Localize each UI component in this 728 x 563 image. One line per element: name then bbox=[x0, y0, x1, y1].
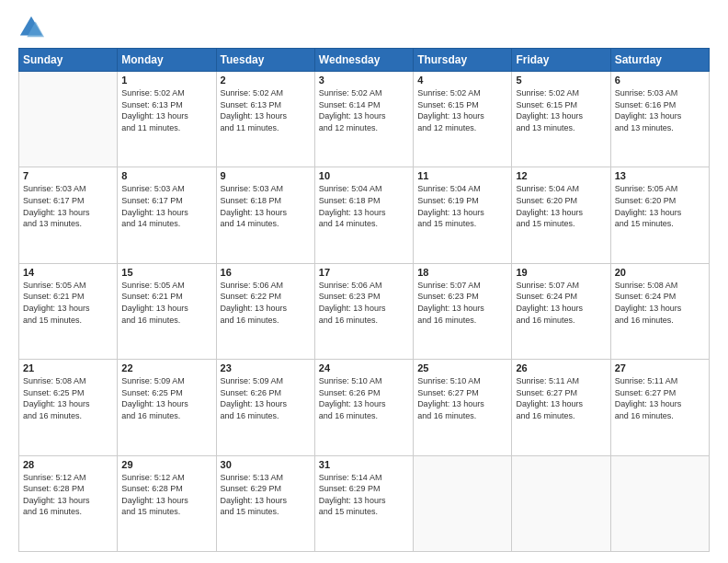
day-header-sunday: Sunday bbox=[19, 49, 118, 72]
calendar-cell bbox=[19, 72, 118, 167]
day-number: 30 bbox=[221, 459, 311, 470]
day-info: Sunrise: 5:03 AM Sunset: 6:17 PM Dayligh… bbox=[121, 183, 211, 229]
day-info: Sunrise: 5:07 AM Sunset: 6:24 PM Dayligh… bbox=[516, 280, 606, 326]
day-number: 6 bbox=[615, 75, 705, 86]
calendar-cell: 26Sunrise: 5:11 AM Sunset: 6:27 PM Dayli… bbox=[512, 360, 610, 455]
calendar-cell: 6Sunrise: 5:03 AM Sunset: 6:16 PM Daylig… bbox=[610, 72, 709, 167]
day-info: Sunrise: 5:14 AM Sunset: 6:29 PM Dayligh… bbox=[319, 472, 409, 518]
day-number: 11 bbox=[417, 170, 507, 181]
calendar-cell: 9Sunrise: 5:03 AM Sunset: 6:18 PM Daylig… bbox=[216, 167, 314, 263]
day-number: 18 bbox=[417, 267, 507, 278]
day-info: Sunrise: 5:02 AM Sunset: 6:15 PM Dayligh… bbox=[516, 87, 606, 133]
calendar-cell bbox=[414, 455, 512, 551]
day-number: 10 bbox=[319, 170, 409, 181]
calendar-cell bbox=[610, 455, 709, 551]
day-info: Sunrise: 5:08 AM Sunset: 6:24 PM Dayligh… bbox=[615, 280, 705, 326]
day-number: 24 bbox=[319, 362, 409, 373]
day-info: Sunrise: 5:04 AM Sunset: 6:18 PM Dayligh… bbox=[319, 183, 409, 229]
calendar-cell: 19Sunrise: 5:07 AM Sunset: 6:24 PM Dayli… bbox=[512, 263, 610, 359]
day-header-friday: Friday bbox=[512, 49, 610, 72]
day-info: Sunrise: 5:09 AM Sunset: 6:25 PM Dayligh… bbox=[121, 375, 211, 421]
day-header-tuesday: Tuesday bbox=[216, 49, 314, 72]
day-info: Sunrise: 5:02 AM Sunset: 6:13 PM Dayligh… bbox=[221, 87, 311, 133]
day-info: Sunrise: 5:05 AM Sunset: 6:20 PM Dayligh… bbox=[615, 183, 705, 229]
day-number: 14 bbox=[23, 267, 113, 278]
day-info: Sunrise: 5:07 AM Sunset: 6:23 PM Dayligh… bbox=[417, 280, 507, 326]
day-header-monday: Monday bbox=[118, 49, 216, 72]
day-number: 22 bbox=[121, 362, 211, 373]
day-number: 3 bbox=[319, 75, 409, 86]
day-number: 23 bbox=[221, 362, 311, 373]
calendar-cell: 11Sunrise: 5:04 AM Sunset: 6:19 PM Dayli… bbox=[414, 167, 512, 263]
logo bbox=[18, 15, 48, 40]
day-number: 13 bbox=[615, 170, 705, 181]
day-header-saturday: Saturday bbox=[610, 49, 709, 72]
calendar-cell: 5Sunrise: 5:02 AM Sunset: 6:15 PM Daylig… bbox=[512, 72, 610, 167]
day-number: 21 bbox=[23, 362, 113, 373]
calendar-cell: 22Sunrise: 5:09 AM Sunset: 6:25 PM Dayli… bbox=[118, 360, 216, 455]
day-info: Sunrise: 5:08 AM Sunset: 6:25 PM Dayligh… bbox=[23, 375, 113, 421]
calendar-week-4: 21Sunrise: 5:08 AM Sunset: 6:25 PM Dayli… bbox=[19, 360, 710, 455]
day-info: Sunrise: 5:03 AM Sunset: 6:16 PM Dayligh… bbox=[615, 87, 705, 133]
calendar-cell: 30Sunrise: 5:13 AM Sunset: 6:29 PM Dayli… bbox=[216, 455, 314, 551]
calendar-cell: 25Sunrise: 5:10 AM Sunset: 6:27 PM Dayli… bbox=[414, 360, 512, 455]
calendar-week-2: 7Sunrise: 5:03 AM Sunset: 6:17 PM Daylig… bbox=[19, 167, 710, 263]
calendar-cell: 17Sunrise: 5:06 AM Sunset: 6:23 PM Dayli… bbox=[314, 263, 413, 359]
calendar-cell: 28Sunrise: 5:12 AM Sunset: 6:28 PM Dayli… bbox=[19, 455, 118, 551]
day-number: 5 bbox=[516, 75, 606, 86]
calendar-cell: 24Sunrise: 5:10 AM Sunset: 6:26 PM Dayli… bbox=[314, 360, 413, 455]
day-number: 1 bbox=[121, 75, 211, 86]
day-info: Sunrise: 5:05 AM Sunset: 6:21 PM Dayligh… bbox=[23, 280, 113, 326]
calendar-cell: 16Sunrise: 5:06 AM Sunset: 6:22 PM Dayli… bbox=[216, 263, 314, 359]
day-info: Sunrise: 5:12 AM Sunset: 6:28 PM Dayligh… bbox=[23, 472, 113, 518]
day-header-wednesday: Wednesday bbox=[314, 49, 413, 72]
day-number: 19 bbox=[516, 267, 606, 278]
day-info: Sunrise: 5:13 AM Sunset: 6:29 PM Dayligh… bbox=[221, 472, 311, 518]
day-number: 29 bbox=[121, 459, 211, 470]
calendar-week-1: 1Sunrise: 5:02 AM Sunset: 6:13 PM Daylig… bbox=[19, 72, 710, 167]
calendar-cell: 15Sunrise: 5:05 AM Sunset: 6:21 PM Dayli… bbox=[118, 263, 216, 359]
day-info: Sunrise: 5:02 AM Sunset: 6:14 PM Dayligh… bbox=[319, 87, 409, 133]
calendar-cell: 3Sunrise: 5:02 AM Sunset: 6:14 PM Daylig… bbox=[314, 72, 413, 167]
calendar-cell: 27Sunrise: 5:11 AM Sunset: 6:27 PM Dayli… bbox=[610, 360, 709, 455]
day-info: Sunrise: 5:02 AM Sunset: 6:15 PM Dayligh… bbox=[417, 87, 507, 133]
day-info: Sunrise: 5:04 AM Sunset: 6:19 PM Dayligh… bbox=[417, 183, 507, 229]
day-number: 31 bbox=[319, 459, 409, 470]
day-number: 12 bbox=[516, 170, 606, 181]
calendar-cell bbox=[512, 455, 610, 551]
day-info: Sunrise: 5:10 AM Sunset: 6:26 PM Dayligh… bbox=[319, 375, 409, 421]
day-header-thursday: Thursday bbox=[414, 49, 512, 72]
calendar-table: SundayMondayTuesdayWednesdayThursdayFrid… bbox=[18, 48, 710, 552]
day-info: Sunrise: 5:12 AM Sunset: 6:28 PM Dayligh… bbox=[121, 472, 211, 518]
calendar-week-3: 14Sunrise: 5:05 AM Sunset: 6:21 PM Dayli… bbox=[19, 263, 710, 359]
day-info: Sunrise: 5:06 AM Sunset: 6:23 PM Dayligh… bbox=[319, 280, 409, 326]
day-number: 17 bbox=[319, 267, 409, 278]
day-info: Sunrise: 5:06 AM Sunset: 6:22 PM Dayligh… bbox=[221, 280, 311, 326]
day-info: Sunrise: 5:04 AM Sunset: 6:20 PM Dayligh… bbox=[516, 183, 606, 229]
calendar-cell: 10Sunrise: 5:04 AM Sunset: 6:18 PM Dayli… bbox=[314, 167, 413, 263]
calendar-cell: 2Sunrise: 5:02 AM Sunset: 6:13 PM Daylig… bbox=[216, 72, 314, 167]
day-number: 28 bbox=[23, 459, 113, 470]
calendar-cell: 18Sunrise: 5:07 AM Sunset: 6:23 PM Dayli… bbox=[414, 263, 512, 359]
day-number: 20 bbox=[615, 267, 705, 278]
day-info: Sunrise: 5:09 AM Sunset: 6:26 PM Dayligh… bbox=[221, 375, 311, 421]
page: SundayMondayTuesdayWednesdayThursdayFrid… bbox=[0, 0, 728, 563]
calendar-cell: 7Sunrise: 5:03 AM Sunset: 6:17 PM Daylig… bbox=[19, 167, 118, 263]
calendar-cell: 13Sunrise: 5:05 AM Sunset: 6:20 PM Dayli… bbox=[610, 167, 709, 263]
day-number: 26 bbox=[516, 362, 606, 373]
calendar-cell: 23Sunrise: 5:09 AM Sunset: 6:26 PM Dayli… bbox=[216, 360, 314, 455]
day-info: Sunrise: 5:11 AM Sunset: 6:27 PM Dayligh… bbox=[516, 375, 606, 421]
day-info: Sunrise: 5:10 AM Sunset: 6:27 PM Dayligh… bbox=[417, 375, 507, 421]
calendar-week-5: 28Sunrise: 5:12 AM Sunset: 6:28 PM Dayli… bbox=[19, 455, 710, 551]
day-info: Sunrise: 5:03 AM Sunset: 6:18 PM Dayligh… bbox=[221, 183, 311, 229]
calendar-cell: 8Sunrise: 5:03 AM Sunset: 6:17 PM Daylig… bbox=[118, 167, 216, 263]
day-number: 4 bbox=[417, 75, 507, 86]
calendar-cell: 1Sunrise: 5:02 AM Sunset: 6:13 PM Daylig… bbox=[118, 72, 216, 167]
day-number: 25 bbox=[417, 362, 507, 373]
day-number: 15 bbox=[121, 267, 211, 278]
logo-icon bbox=[18, 15, 44, 40]
day-number: 8 bbox=[121, 170, 211, 181]
day-info: Sunrise: 5:05 AM Sunset: 6:21 PM Dayligh… bbox=[121, 280, 211, 326]
calendar-cell: 4Sunrise: 5:02 AM Sunset: 6:15 PM Daylig… bbox=[414, 72, 512, 167]
calendar-cell: 29Sunrise: 5:12 AM Sunset: 6:28 PM Dayli… bbox=[118, 455, 216, 551]
